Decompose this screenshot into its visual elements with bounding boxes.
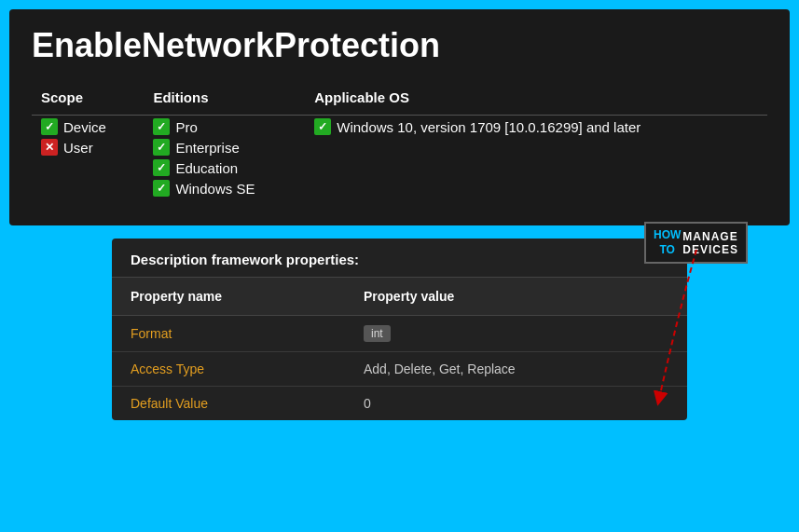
format-property-name: Format [112,316,345,352]
edition-education-row: ✓ Education [153,159,296,176]
table-row: Format int [112,316,687,352]
edition-windows-se-label: Windows SE [175,181,255,197]
access-type-property-name: Access Type [112,352,345,387]
check-icon: ✓ [314,118,331,135]
edition-pro-row: ✓ Pro [153,118,296,135]
check-icon: ✓ [153,139,170,156]
check-icon: ✓ [153,159,170,176]
format-property-value: int [345,316,687,352]
properties-table: Property name Property value Format int … [112,278,687,420]
edition-enterprise-label: Enterprise [175,140,239,156]
os-row: ✓ Windows 10, version 1709 [10.0.16299] … [314,118,758,135]
int-badge: int [364,325,391,342]
scope-user-label: User [63,140,93,156]
scope-cell: ✓ Device ✕ User [32,116,144,204]
edition-education-label: Education [175,160,238,176]
scope-device-row: ✓ Device [41,118,134,135]
top-panel: EnableNetworkProtection Scope Editions A… [9,9,790,225]
edition-pro-label: Pro [175,119,197,135]
table-row: Access Type Add, Delete, Get, Replace [112,352,687,387]
logo-manage-text: MANAGE [682,230,738,243]
check-icon: ✓ [153,180,170,197]
properties-header-row: Property name Property value [112,278,687,316]
logo-box: HOWTO MANAGE DEVICES [644,222,748,264]
property-value-header: Property value [345,278,687,316]
edition-enterprise-row: ✓ Enterprise [153,139,296,156]
table-row: ✓ Device ✕ User ✓ Pro ✓ [32,116,767,204]
applicable-os-header: Applicable OS [305,84,767,116]
access-type-property-value: Add, Delete, Get, Replace [345,352,687,387]
scope-device-label: Device [63,119,106,135]
bottom-panel-title: Description framework properties: [112,239,687,278]
bottom-panel: Description framework properties: Proper… [112,239,687,420]
scope-header: Scope [32,84,144,116]
editions-header: Editions [144,84,305,116]
default-value-property-name: Default Value [112,387,345,421]
os-cell: ✓ Windows 10, version 1709 [10.0.16299] … [305,116,767,204]
os-label: Windows 10, version 1709 [10.0.16299] an… [337,119,641,135]
logo-devices-text: DEVICES [682,243,738,256]
check-icon: ✓ [153,118,170,135]
property-name-header: Property name [112,278,345,316]
scope-user-row: ✕ User [41,139,134,156]
editions-cell: ✓ Pro ✓ Enterprise ✓ Education ✓ Windows… [144,116,305,204]
check-icon: ✓ [41,118,58,135]
logo-right: MANAGE DEVICES [682,230,738,256]
table-row: Default Value 0 [112,387,687,421]
page-title: EnableNetworkProtection [32,26,767,65]
logo-container: HOWTO MANAGE DEVICES [644,222,748,264]
edition-windows-se-row: ✓ Windows SE [153,180,296,197]
default-value-property-value: 0 [345,387,687,421]
scope-table: Scope Editions Applicable OS ✓ Device ✕ … [32,84,767,203]
logo-how-text: HOWTO [654,228,681,257]
cross-icon: ✕ [41,139,58,156]
